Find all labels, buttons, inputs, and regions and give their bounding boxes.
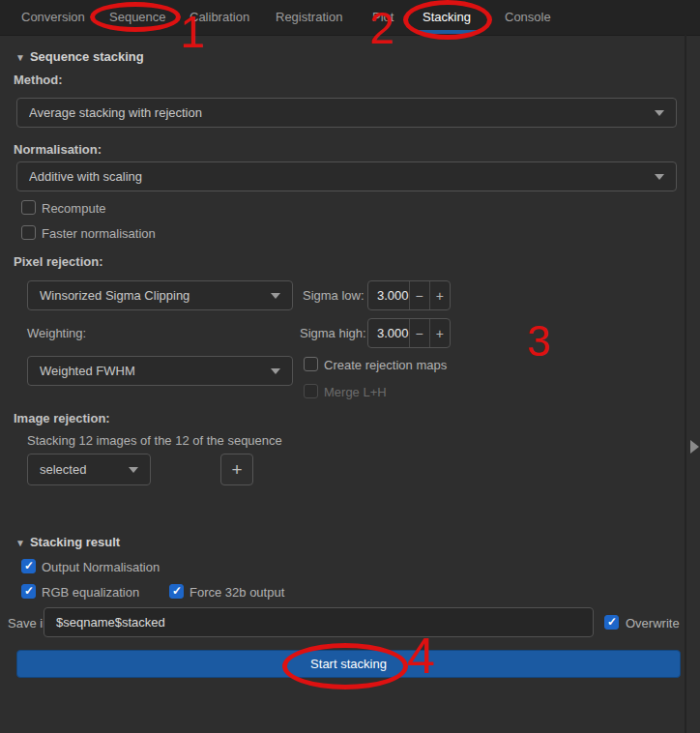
weighting-dropdown-value: Weighted FWHM xyxy=(40,364,263,378)
pane-expand-handle-icon[interactable] xyxy=(690,440,699,454)
sigma-low-label: Sigma low: xyxy=(303,288,365,303)
sigma-low-value[interactable]: 3.000 xyxy=(368,281,409,309)
weighting-dropdown[interactable]: Weighted FWHM xyxy=(27,356,293,386)
start-stacking-button[interactable]: Start stacking xyxy=(16,650,681,678)
recompute-label: Recompute xyxy=(42,201,105,216)
chevron-down-icon xyxy=(129,467,138,473)
stacking-result-expander[interactable]: ▼Stacking result xyxy=(15,535,120,549)
sigma-high-value[interactable]: 3.000 xyxy=(368,319,409,347)
merge-lh-label: Merge L+H xyxy=(324,385,387,399)
chevron-down-icon xyxy=(655,174,664,180)
chevron-down-icon xyxy=(655,110,664,116)
sigma-high-decrement-button[interactable]: − xyxy=(409,319,429,347)
sigma-low-spinner: 3.000 − + xyxy=(367,280,451,310)
sigma-high-increment-button[interactable]: + xyxy=(429,319,450,347)
pixel-rejection-label: Pixel rejection: xyxy=(14,254,102,269)
tab-console[interactable]: Console xyxy=(505,0,551,35)
overwrite-label: Overwrite xyxy=(626,616,680,630)
save-in-input[interactable]: $seqname$stacked xyxy=(44,607,594,637)
tab-calibration[interactable]: Calibration xyxy=(190,0,249,35)
expander-triangle-icon: ▼ xyxy=(15,52,25,63)
rejection-method-dropdown-value: Winsorized Sigma Clipping xyxy=(40,288,263,303)
stacking-info-text: Stacking 12 images of the 12 of the sequ… xyxy=(27,433,282,448)
merge-lh-checkbox xyxy=(304,384,318,398)
sigma-low-decrement-button[interactable]: − xyxy=(409,281,429,309)
sigma-high-spinner: 3.000 − + xyxy=(367,318,451,348)
method-dropdown[interactable]: Average stacking with rejection xyxy=(16,98,677,128)
faster-normalisation-label: Faster normalisation xyxy=(42,226,156,241)
rgb-equalization-label: RGB equalization xyxy=(42,585,139,600)
notebook-tab-bar: Conversion Sequence Calibration Registra… xyxy=(0,0,700,36)
sequence-stacking-expander[interactable]: ▼Sequence stacking xyxy=(15,49,144,64)
stacking-result-title: Stacking result xyxy=(30,535,120,549)
force-32b-checkbox[interactable] xyxy=(169,584,184,599)
sigma-low-increment-button[interactable]: + xyxy=(429,281,450,309)
pane-separator xyxy=(685,35,686,733)
add-filter-button[interactable]: + xyxy=(220,454,253,485)
tab-conversion[interactable]: Conversion xyxy=(21,0,85,35)
tab-sequence[interactable]: Sequence xyxy=(109,0,166,35)
chevron-down-icon xyxy=(271,293,280,299)
create-rejection-maps-label: Create rejection maps xyxy=(324,358,447,372)
faster-normalisation-checkbox[interactable] xyxy=(21,225,36,240)
overwrite-checkbox[interactable] xyxy=(604,615,619,630)
normalisation-dropdown[interactable]: Additive with scaling xyxy=(16,161,677,191)
normalisation-dropdown-value: Additive with scaling xyxy=(29,169,647,184)
rgb-equalization-checkbox[interactable] xyxy=(21,584,36,599)
output-normalisation-checkbox[interactable] xyxy=(21,559,36,573)
sigma-high-label: Sigma high: xyxy=(300,326,366,340)
annotation-number-3: 3 xyxy=(527,320,550,363)
weighting-label: Weighting: xyxy=(27,326,86,340)
method-dropdown-value: Average stacking with rejection xyxy=(29,105,647,120)
normalisation-label: Normalisation: xyxy=(14,142,102,157)
tab-plot[interactable]: Plot xyxy=(372,0,394,35)
force-32b-label: Force 32b output xyxy=(190,585,284,600)
image-rejection-label: Image rejection: xyxy=(14,411,110,425)
sequence-stacking-title: Sequence stacking xyxy=(30,49,144,64)
save-in-value: $seqname$stacked xyxy=(56,615,165,630)
chevron-down-icon xyxy=(271,368,280,374)
output-normalisation-label: Output Normalisation xyxy=(42,560,160,574)
create-rejection-maps-checkbox[interactable] xyxy=(304,357,318,371)
tab-registration[interactable]: Registration xyxy=(276,0,342,35)
expander-triangle-icon: ▼ xyxy=(15,538,25,548)
image-filter-dropdown[interactable]: selected xyxy=(27,454,151,485)
recompute-checkbox[interactable] xyxy=(21,200,36,215)
rejection-method-dropdown[interactable]: Winsorized Sigma Clipping xyxy=(27,280,293,310)
method-label: Method: xyxy=(14,73,63,87)
image-filter-dropdown-value: selected xyxy=(40,462,121,477)
active-tab-indicator xyxy=(419,30,479,34)
